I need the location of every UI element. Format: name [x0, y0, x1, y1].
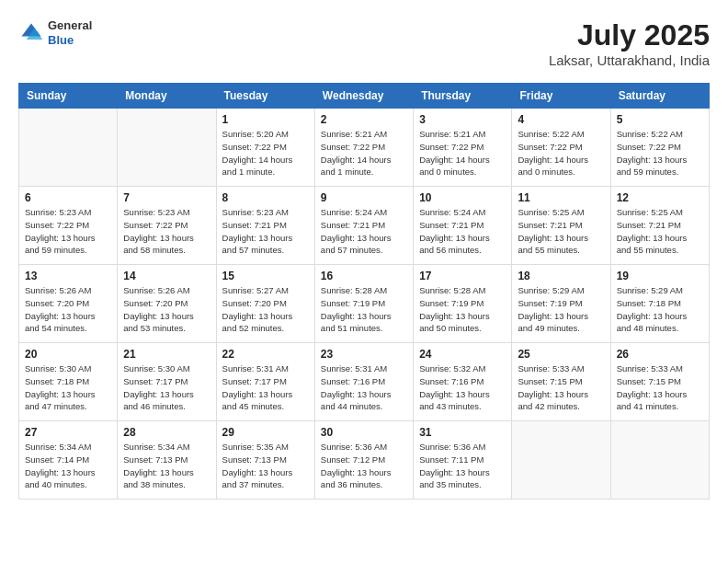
calendar-cell: 3Sunrise: 5:21 AMSunset: 7:22 PMDaylight…	[414, 109, 512, 187]
calendar-cell: 21Sunrise: 5:30 AMSunset: 7:17 PMDayligh…	[118, 343, 216, 421]
day-detail: Sunrise: 5:24 AMSunset: 7:21 PMDaylight:…	[419, 206, 506, 257]
week-row-5: 27Sunrise: 5:34 AMSunset: 7:14 PMDayligh…	[19, 421, 710, 500]
day-number: 7	[123, 191, 210, 204]
day-number: 2	[321, 113, 407, 126]
calendar-cell: 13Sunrise: 5:26 AMSunset: 7:20 PMDayligh…	[19, 265, 118, 343]
calendar-cell: 15Sunrise: 5:27 AMSunset: 7:20 PMDayligh…	[216, 265, 314, 343]
day-detail: Sunrise: 5:36 AMSunset: 7:12 PMDaylight:…	[321, 441, 407, 491]
day-number: 19	[617, 270, 703, 282]
week-row-1: 1Sunrise: 5:20 AMSunset: 7:22 PMDaylight…	[19, 109, 710, 187]
day-number: 24	[419, 348, 506, 361]
day-number: 10	[419, 191, 506, 204]
calendar-cell	[19, 109, 118, 187]
day-number: 8	[222, 191, 309, 204]
day-detail: Sunrise: 5:34 AMSunset: 7:14 PMDaylight:…	[25, 441, 111, 491]
weekday-header-friday: Friday	[512, 84, 610, 109]
day-number: 18	[518, 270, 604, 282]
day-detail: Sunrise: 5:23 AMSunset: 7:21 PMDaylight:…	[222, 206, 309, 257]
day-number: 21	[123, 348, 210, 361]
day-detail: Sunrise: 5:21 AMSunset: 7:22 PMDaylight:…	[321, 128, 407, 178]
weekday-header-wednesday: Wednesday	[314, 84, 413, 109]
day-number: 3	[419, 113, 506, 126]
day-number: 9	[321, 191, 407, 204]
calendar-cell: 1Sunrise: 5:20 AMSunset: 7:22 PMDaylight…	[216, 109, 314, 187]
day-number: 28	[123, 426, 210, 439]
calendar-cell: 31Sunrise: 5:36 AMSunset: 7:11 PMDayligh…	[414, 421, 512, 500]
day-detail: Sunrise: 5:23 AMSunset: 7:22 PMDaylight:…	[123, 206, 210, 257]
calendar-cell: 26Sunrise: 5:33 AMSunset: 7:15 PMDayligh…	[610, 343, 709, 421]
month-year-title: July 2025	[549, 18, 710, 52]
calendar-cell	[610, 421, 709, 500]
logo-text: General Blue	[48, 18, 92, 47]
day-detail: Sunrise: 5:22 AMSunset: 7:22 PMDaylight:…	[518, 128, 604, 178]
calendar-cell	[512, 421, 610, 500]
calendar-cell: 17Sunrise: 5:28 AMSunset: 7:19 PMDayligh…	[414, 265, 512, 343]
day-number: 5	[617, 113, 703, 126]
day-number: 27	[25, 426, 111, 439]
title-block: July 2025 Laksar, Uttarakhand, India	[549, 18, 710, 68]
calendar-cell: 20Sunrise: 5:30 AMSunset: 7:18 PMDayligh…	[19, 343, 118, 421]
day-detail: Sunrise: 5:29 AMSunset: 7:18 PMDaylight:…	[617, 284, 703, 335]
calendar-cell: 10Sunrise: 5:24 AMSunset: 7:21 PMDayligh…	[414, 187, 512, 265]
weekday-header-sunday: Sunday	[19, 84, 118, 109]
day-number: 29	[222, 426, 309, 439]
page-header: General Blue July 2025 Laksar, Uttarakha…	[18, 18, 710, 68]
day-detail: Sunrise: 5:33 AMSunset: 7:15 PMDaylight:…	[518, 362, 604, 413]
day-detail: Sunrise: 5:35 AMSunset: 7:13 PMDaylight:…	[222, 441, 309, 491]
calendar-cell: 27Sunrise: 5:34 AMSunset: 7:14 PMDayligh…	[19, 421, 118, 500]
day-detail: Sunrise: 5:32 AMSunset: 7:16 PMDaylight:…	[419, 362, 506, 413]
weekday-header-tuesday: Tuesday	[216, 84, 314, 109]
calendar-cell	[118, 109, 216, 187]
day-detail: Sunrise: 5:34 AMSunset: 7:13 PMDaylight:…	[123, 441, 210, 491]
day-detail: Sunrise: 5:24 AMSunset: 7:21 PMDaylight:…	[321, 206, 407, 257]
day-detail: Sunrise: 5:31 AMSunset: 7:16 PMDaylight:…	[321, 362, 407, 413]
day-detail: Sunrise: 5:20 AMSunset: 7:22 PMDaylight:…	[222, 128, 309, 178]
day-detail: Sunrise: 5:33 AMSunset: 7:15 PMDaylight:…	[617, 362, 703, 413]
day-number: 13	[25, 270, 111, 282]
calendar-cell: 22Sunrise: 5:31 AMSunset: 7:17 PMDayligh…	[216, 343, 314, 421]
day-detail: Sunrise: 5:27 AMSunset: 7:20 PMDaylight:…	[222, 284, 309, 335]
day-detail: Sunrise: 5:36 AMSunset: 7:11 PMDaylight:…	[419, 441, 506, 491]
calendar-table: SundayMondayTuesdayWednesdayThursdayFrid…	[18, 83, 710, 500]
week-row-4: 20Sunrise: 5:30 AMSunset: 7:18 PMDayligh…	[19, 343, 710, 421]
week-row-2: 6Sunrise: 5:23 AMSunset: 7:22 PMDaylight…	[19, 187, 710, 265]
day-detail: Sunrise: 5:29 AMSunset: 7:19 PMDaylight:…	[518, 284, 604, 335]
calendar-cell: 23Sunrise: 5:31 AMSunset: 7:16 PMDayligh…	[314, 343, 413, 421]
day-number: 1	[222, 113, 309, 126]
calendar-cell: 4Sunrise: 5:22 AMSunset: 7:22 PMDaylight…	[512, 109, 610, 187]
day-number: 23	[321, 348, 407, 361]
calendar-cell: 18Sunrise: 5:29 AMSunset: 7:19 PMDayligh…	[512, 265, 610, 343]
logo-blue-text: Blue	[48, 33, 92, 48]
logo-icon	[18, 20, 44, 46]
day-number: 14	[123, 270, 210, 282]
week-row-3: 13Sunrise: 5:26 AMSunset: 7:20 PMDayligh…	[19, 265, 710, 343]
calendar-cell: 9Sunrise: 5:24 AMSunset: 7:21 PMDaylight…	[314, 187, 413, 265]
day-detail: Sunrise: 5:28 AMSunset: 7:19 PMDaylight:…	[419, 284, 506, 335]
day-number: 4	[518, 113, 604, 126]
logo: General Blue	[18, 18, 92, 47]
day-number: 11	[518, 191, 604, 204]
logo-general-text: General	[48, 18, 92, 33]
weekday-header-row: SundayMondayTuesdayWednesdayThursdayFrid…	[19, 84, 710, 109]
calendar-cell: 25Sunrise: 5:33 AMSunset: 7:15 PMDayligh…	[512, 343, 610, 421]
weekday-header-thursday: Thursday	[414, 84, 512, 109]
weekday-header-monday: Monday	[118, 84, 216, 109]
calendar-cell: 5Sunrise: 5:22 AMSunset: 7:22 PMDaylight…	[610, 109, 709, 187]
day-number: 15	[222, 270, 309, 282]
day-number: 31	[419, 426, 506, 439]
day-detail: Sunrise: 5:31 AMSunset: 7:17 PMDaylight:…	[222, 362, 309, 413]
day-number: 20	[25, 348, 111, 361]
day-detail: Sunrise: 5:23 AMSunset: 7:22 PMDaylight:…	[25, 206, 111, 257]
day-number: 17	[419, 270, 506, 282]
day-detail: Sunrise: 5:21 AMSunset: 7:22 PMDaylight:…	[419, 128, 506, 178]
day-number: 16	[321, 270, 407, 282]
calendar-cell: 29Sunrise: 5:35 AMSunset: 7:13 PMDayligh…	[216, 421, 314, 500]
day-detail: Sunrise: 5:22 AMSunset: 7:22 PMDaylight:…	[617, 128, 703, 178]
day-detail: Sunrise: 5:26 AMSunset: 7:20 PMDaylight:…	[123, 284, 210, 335]
weekday-header-saturday: Saturday	[610, 84, 709, 109]
calendar-cell: 24Sunrise: 5:32 AMSunset: 7:16 PMDayligh…	[414, 343, 512, 421]
day-number: 26	[617, 348, 703, 361]
day-number: 25	[518, 348, 604, 361]
day-number: 22	[222, 348, 309, 361]
calendar-cell: 7Sunrise: 5:23 AMSunset: 7:22 PMDaylight…	[118, 187, 216, 265]
